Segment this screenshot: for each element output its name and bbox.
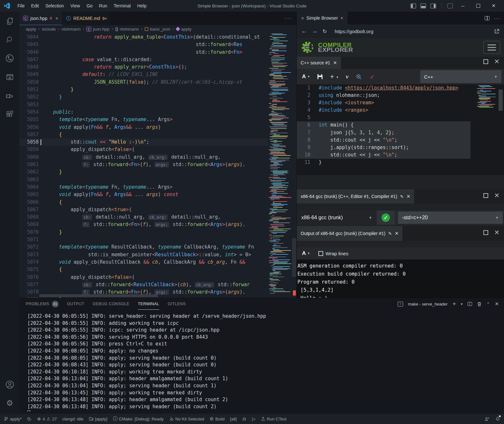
breadcrumb-item[interactable]: apply xyxy=(26,27,36,32)
problems-item[interactable]: ⊗ 4 ⚠ 27 xyxy=(37,416,57,421)
minimap[interactable] xyxy=(269,33,291,294)
compiler-picker[interactable]: x86-64 gcc (trunk) ▼ xyxy=(297,211,377,225)
vim-mode-icon[interactable]: v xyxy=(346,73,348,80)
editor-more-actions-icon[interactable]: ··· xyxy=(285,12,292,25)
breadcrumb-item[interactable]: include xyxy=(42,27,56,32)
zoom-search-icon[interactable] xyxy=(356,74,362,80)
build-item[interactable]: ⚙ Build xyxy=(210,416,225,421)
hamburger-menu-icon[interactable] xyxy=(483,41,500,54)
maximize-pane-icon[interactable] xyxy=(483,193,488,198)
kill-terminal-icon[interactable] xyxy=(477,302,482,306)
url-input[interactable]: https://godbolt.org xyxy=(332,29,489,34)
explorer-icon[interactable] xyxy=(0,12,19,30)
source-tab[interactable]: C++ source #1 ✕ xyxy=(297,57,341,69)
font-size-button[interactable]: A ▼ xyxy=(302,73,310,80)
customize-layout-icon[interactable] xyxy=(447,4,453,8)
menu-help[interactable]: Help xyxy=(134,0,150,12)
maximize-panel-icon[interactable]: ⌃ xyxy=(487,302,490,306)
compiler-tab[interactable]: x86-64 gcc (trunk) (C++, Editor #1, Comp… xyxy=(297,189,414,203)
ctest-item[interactable]: Run CTest xyxy=(261,417,286,421)
notifications-bell[interactable] xyxy=(495,416,500,422)
wrap-lines-checkbox[interactable]: Wrap lines xyxy=(318,251,348,256)
menu-edit[interactable]: Edit xyxy=(28,0,42,12)
horizontal-scrollbar[interactable] xyxy=(39,294,158,297)
split-terminal-icon[interactable] xyxy=(468,302,472,306)
split-editor-icon[interactable] xyxy=(485,16,489,20)
close-pane-icon[interactable]: ✕ xyxy=(494,230,499,235)
search-icon[interactable] xyxy=(0,30,19,49)
debug-item[interactable] xyxy=(242,417,247,421)
launch-item[interactable]: ▷ xyxy=(252,416,256,421)
close-panel-icon[interactable]: ✕ xyxy=(495,301,499,307)
menu-view[interactable]: View xyxy=(67,0,83,12)
test-explorer-icon[interactable] xyxy=(0,68,19,86)
menu-run[interactable]: Run xyxy=(96,0,111,12)
close-icon[interactable]: ✕ xyxy=(333,60,337,65)
save-icon[interactable] xyxy=(317,74,323,80)
close-pane-icon[interactable]: ✕ xyxy=(494,59,499,64)
tab-json-hpp[interactable]: C json.hpp 4 × xyxy=(19,12,62,25)
open-external-icon[interactable] xyxy=(494,29,499,34)
terminal-title[interactable]: make - serve_header xyxy=(408,302,448,306)
add-pane-button[interactable]: + ▼ xyxy=(330,73,339,80)
build-target-item[interactable]: [all] xyxy=(230,417,237,421)
sync-changes-item[interactable] xyxy=(27,417,32,421)
close-tab-icon[interactable]: × xyxy=(341,15,343,21)
menu-go[interactable]: Go xyxy=(83,0,96,12)
menu-selection[interactable]: Selection xyxy=(42,0,67,12)
back-icon[interactable]: ← xyxy=(301,28,307,34)
feedback-icon[interactable] xyxy=(485,417,489,421)
edit-pencil-icon[interactable]: ✎ xyxy=(388,231,392,236)
breadcrumb-item[interactable]: nlohmann xyxy=(62,27,81,32)
maximize-pane-icon[interactable] xyxy=(483,59,488,64)
panel-tab-terminal[interactable]: TERMINAL xyxy=(138,298,159,310)
close-tab-icon[interactable]: × xyxy=(55,16,58,21)
breadcrumb-item[interactable]: apply xyxy=(176,27,191,32)
settings-gear-icon[interactable]: ⚙ xyxy=(0,394,19,412)
tab-readme-md[interactable]: ⓘ README.md 9+ xyxy=(62,12,111,25)
close-pane-icon[interactable]: ✕ xyxy=(494,193,499,198)
breadcrumb[interactable]: apply›include›nlohmann›Cjson.hpp›{}nlohm… xyxy=(19,25,296,33)
forward-icon[interactable]: → xyxy=(312,28,317,34)
maximize-button[interactable] xyxy=(471,0,485,12)
toggle-secondary-sidebar-icon[interactable] xyxy=(431,4,436,8)
panel-tab-gitlens[interactable]: GITLENS xyxy=(168,298,186,310)
new-terminal-icon[interactable]: + xyxy=(452,300,456,307)
run-debug-icon[interactable] xyxy=(0,86,19,105)
menu-terminal[interactable]: Terminal xyxy=(111,0,134,12)
terminal-dropdown-icon[interactable]: ▾ xyxy=(461,302,463,306)
scrollbar-slider[interactable] xyxy=(292,238,296,277)
breadcrumb-item[interactable]: {}nlohmann xyxy=(115,27,139,32)
language-dropdown[interactable]: C++ ▼ xyxy=(420,70,501,83)
clangd-status-item[interactable]: clangd: idle xyxy=(62,417,83,421)
panel-tab-problems[interactable]: PROBLEMS31 xyxy=(26,298,59,310)
panel-tab-debug-console[interactable]: DEBUG CONSOLE xyxy=(92,298,129,310)
breadcrumb-item[interactable]: basic_json xyxy=(145,27,170,32)
compiler-output[interactable]: ASM generation compiler returned: 0Execu… xyxy=(297,259,504,298)
tab-simple-browser[interactable]: ≡ Simple Browser × xyxy=(297,12,348,24)
maximize-pane-icon[interactable] xyxy=(483,230,488,235)
source-control-icon[interactable] xyxy=(0,49,19,68)
more-actions-icon[interactable]: ··· xyxy=(494,15,501,21)
kit-item[interactable]: No Kit Selected xyxy=(169,417,204,421)
font-size-button[interactable]: A ▼ xyxy=(302,250,310,257)
reload-icon[interactable]: ↻ xyxy=(323,28,327,34)
terminal-output[interactable]: [2022-04-30 06:05:55] INFO: serve_header… xyxy=(27,313,501,412)
toggle-sidebar-icon[interactable] xyxy=(411,4,416,8)
cmake-project-item[interactable]: [apply] xyxy=(89,417,107,421)
godbolt-source-editor[interactable]: 1#include <https://localhost:8443/apply/… xyxy=(297,84,504,175)
mascot-icon[interactable] xyxy=(369,74,375,80)
edit-pencil-icon[interactable]: ✎ xyxy=(400,194,404,199)
extensions-icon[interactable] xyxy=(0,105,19,124)
toggle-panel-icon[interactable] xyxy=(421,4,426,8)
compiler-options-input[interactable]: -std=c++20 ▼ xyxy=(398,212,503,224)
panel-tab-output[interactable]: OUTPUT xyxy=(67,298,84,310)
close-icon[interactable]: ✕ xyxy=(395,231,399,236)
accounts-icon[interactable] xyxy=(0,375,19,394)
close-icon[interactable]: ✕ xyxy=(406,194,410,199)
godbolt-scrollbar[interactable] xyxy=(499,90,503,111)
output-tab[interactable]: Output of x86-64 gcc (trunk) (Compiler #… xyxy=(297,226,402,241)
close-window-button[interactable]: ✕ xyxy=(487,0,501,12)
code-editor[interactable]: 5044 return apply_make_tuple<ConstThis>(… xyxy=(19,33,296,298)
git-branch-item[interactable]: apply* xyxy=(4,417,22,421)
